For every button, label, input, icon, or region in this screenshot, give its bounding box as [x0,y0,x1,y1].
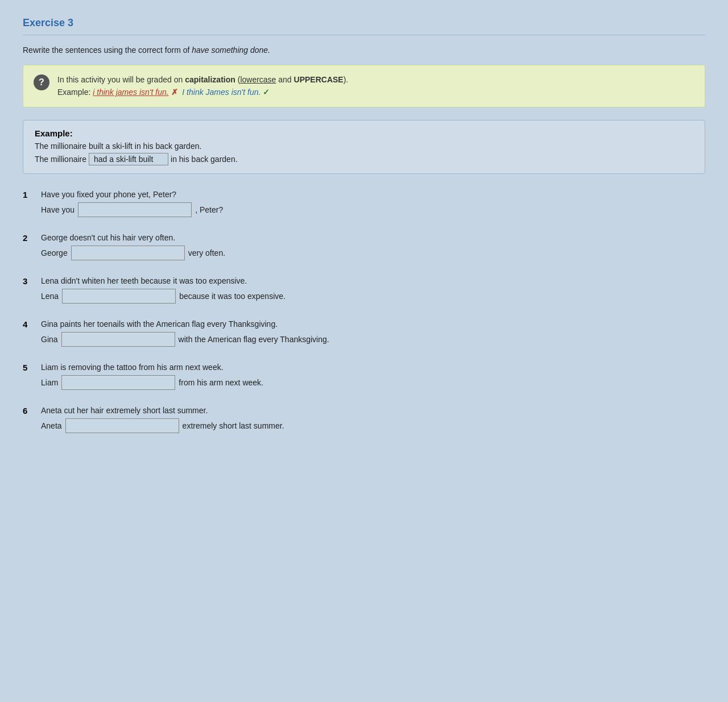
example-subject: The millionaire [35,155,86,164]
item-row-original-6: 6Aneta cut her hair extremely short last… [23,406,705,433]
instruction-italic: have something done. [192,45,270,55]
info-text: In this activity you will be graded on c… [57,73,348,99]
example-rewrite: The millionaire had a ski-lift built in … [35,153,693,165]
rewrite-row-5: Liamfrom his arm next week. [41,375,705,390]
item-number-4: 4 [23,319,34,329]
instruction-text: Rewrite the sentences using the correct … [23,45,189,55]
exercise-item-4: 4Gina paints her toenails with the Ameri… [23,319,705,347]
info-uppercase: UPPERCASE [294,75,344,84]
item-number-5: 5 [23,363,34,372]
exercise-item-5: 5Liam is removing the tattoo from his ar… [23,363,705,390]
rewrite-tail-3: because it was too expensive. [179,292,286,301]
info-lowercase: lowercase [240,75,276,84]
item-content-3: Lena didn't whiten her teeth because it … [41,276,705,304]
rewrite-subject-2: George [41,248,68,257]
info-and: and [276,75,293,84]
example-box: Example: The millionaire built a ski-lif… [23,120,705,174]
rewrite-row-3: Lenabecause it was too expensive. [41,289,705,304]
exercise-item-2: 2George doesn't cut his hair very often.… [23,233,705,260]
rewrite-subject-5: Liam [41,378,58,387]
rewrite-row-6: Anetaextremely short last summer. [41,418,705,433]
rewrite-row-1: Have you, Peter? [41,202,705,217]
instruction: Rewrite the sentences using the correct … [23,45,705,55]
exercise-item-1: 1Have you fixed your phone yet, Peter?Ha… [23,190,705,217]
title-divider [23,35,705,35]
rewrite-tail-4: with the American flag every Thanksgivin… [179,335,329,344]
example-tail: in his back garden. [171,155,238,164]
rewrite-row-4: Ginawith the American flag every Thanksg… [41,332,705,347]
rewrite-tail-2: very often. [188,248,225,257]
info-cross: ✗ [171,88,178,97]
answer-input-5[interactable] [61,375,175,390]
original-sentence-2: George doesn't cut his hair very often. [41,233,705,242]
info-icon: ? [34,74,49,90]
exercise-item-6: 6Aneta cut her hair extremely short last… [23,406,705,433]
item-number-1: 1 [23,190,34,200]
rewrite-subject-3: Lena [41,292,59,301]
info-wrong-example: i think james isn't fun. [93,88,168,97]
rewrite-subject-4: Gina [41,335,58,344]
example-filled-answer: had a ski-lift built [89,153,168,165]
item-content-4: Gina paints her toenails with the Americ… [41,319,705,347]
answer-input-6[interactable] [65,418,179,433]
answer-input-2[interactable] [71,246,185,260]
item-number-6: 6 [23,406,34,416]
rewrite-tail-6: extremely short last summer. [183,421,284,430]
page: Exercise 3 Rewrite the sentences using t… [0,0,728,702]
original-sentence-3: Lena didn't whiten her teeth because it … [41,276,705,285]
info-paren-close: ). [344,75,349,84]
exercise-title: Exercise 3 [23,17,705,29]
original-sentence-4: Gina paints her toenails with the Americ… [41,319,705,329]
item-number-2: 2 [23,233,34,243]
rewrite-subject-6: Aneta [41,421,62,430]
answer-input-1[interactable] [78,202,192,217]
answer-input-4[interactable] [61,332,175,347]
item-number-3: 3 [23,276,34,286]
item-row-original-2: 2George doesn't cut his hair very often.… [23,233,705,260]
item-row-original-1: 1Have you fixed your phone yet, Peter?Ha… [23,190,705,217]
info-capitalization: capitalization [185,75,235,84]
item-row-original-4: 4Gina paints her toenails with the Ameri… [23,319,705,347]
item-row-original-5: 5Liam is removing the tattoo from his ar… [23,363,705,390]
example-label: Example: [35,128,693,138]
info-line1-prefix: In this activity you will be graded on [57,75,185,84]
exercise-list: 1Have you fixed your phone yet, Peter?Ha… [23,190,705,433]
example-original: The millionaire built a ski-lift in his … [35,142,693,151]
item-content-5: Liam is removing the tattoo from his arm… [41,363,705,390]
rewrite-row-2: Georgevery often. [41,246,705,260]
item-row-original-3: 3Lena didn't whiten her teeth because it… [23,276,705,304]
info-box: ? In this activity you will be graded on… [23,65,705,107]
exercise-item-3: 3Lena didn't whiten her teeth because it… [23,276,705,304]
item-content-1: Have you fixed your phone yet, Peter?Hav… [41,190,705,217]
item-content-6: Aneta cut her hair extremely short last … [41,406,705,433]
original-sentence-1: Have you fixed your phone yet, Peter? [41,190,705,199]
rewrite-subject-1: Have you [41,205,75,214]
answer-input-3[interactable] [62,289,176,304]
original-sentence-6: Aneta cut her hair extremely short last … [41,406,705,415]
original-sentence-5: Liam is removing the tattoo from his arm… [41,363,705,372]
info-line2-prefix: Example: [57,88,93,97]
rewrite-tail-5: from his arm next week. [179,378,263,387]
item-content-2: George doesn't cut his hair very often.G… [41,233,705,260]
info-tick: ✓ [263,88,270,97]
rewrite-tail-1: , Peter? [195,205,223,214]
info-correct-example: I think James isn't fun. [182,88,260,97]
